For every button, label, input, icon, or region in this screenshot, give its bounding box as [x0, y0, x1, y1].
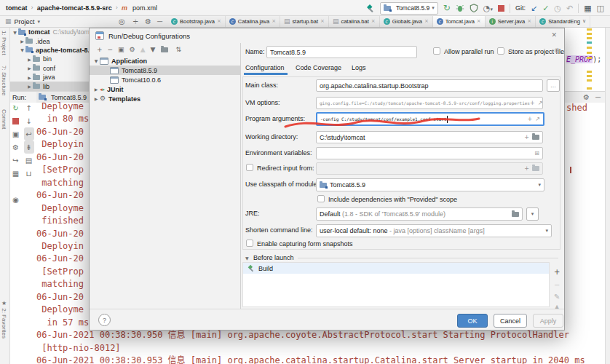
editor-tab[interactable]: cStandardEng∨: [536, 16, 590, 27]
git-update-icon[interactable]: ↙: [531, 4, 537, 12]
project-tree-row[interactable]: ▶.idea: [10, 36, 95, 45]
collapse-all-icon[interactable]: ÷: [132, 18, 138, 25]
project-tree-row[interactable]: ▶conf: [10, 64, 95, 73]
stripe-mark[interactable]: [587, 75, 592, 77]
before-launch-header[interactable]: Before launch: [253, 254, 294, 261]
locate-file-icon[interactable]: ◎: [119, 18, 125, 25]
breadcrumb-item[interactable]: apache-tomcat-8.5.9-src: [37, 4, 112, 12]
minimize-icon[interactable]: ─: [595, 93, 601, 101]
classpath-module-select[interactable]: Tomcat8.5.9 ▾: [316, 178, 544, 191]
build-hammer-icon[interactable]: [365, 4, 375, 13]
copy-icon[interactable]: ▣: [118, 47, 124, 53]
console-layout-icon[interactable]: ▦: [11, 167, 21, 180]
editor-tab[interactable]: cBootstrap.java×: [167, 16, 226, 27]
tab-logs[interactable]: Logs: [352, 64, 366, 71]
capture-snapshots-checkbox[interactable]: [246, 240, 253, 247]
profiler-icon[interactable]: ◔▾: [483, 4, 493, 12]
close-icon[interactable]: ×: [217, 19, 221, 24]
git-commit-icon[interactable]: ✓: [542, 4, 549, 12]
gear-icon[interactable]: ⚙: [145, 18, 151, 25]
plus-icon[interactable]: +: [530, 100, 535, 106]
browse-main-class-button[interactable]: …: [547, 79, 560, 92]
expand-icon[interactable]: ↗: [538, 100, 543, 106]
editor-tab[interactable]: cCatalina.java×: [226, 16, 280, 27]
breadcrumb-item[interactable]: pom.xml: [132, 4, 157, 12]
move-down-icon[interactable]: ▼: [151, 47, 156, 53]
chevron-down-icon[interactable]: ▼: [92, 58, 100, 63]
detach-icon[interactable]: ↪: [11, 154, 21, 167]
gear-icon[interactable]: ⚙: [583, 94, 590, 101]
breadcrumb-item[interactable]: tomcat: [6, 4, 28, 12]
toolwindow-icon[interactable]: ▦: [584, 4, 591, 12]
tab-configuration[interactable]: Configuration: [245, 64, 285, 71]
rollback-icon[interactable]: ↶: [566, 4, 573, 12]
name-field[interactable]: Tomcat8.5.9: [266, 46, 417, 58]
tab-code-coverage[interactable]: Code Coverage: [296, 64, 341, 71]
down-stack-trace-icon[interactable]: ↓: [24, 114, 34, 127]
editor-tab[interactable]: ▤startup.bat×: [280, 16, 329, 27]
rerun-icon[interactable]: ↻: [11, 101, 21, 114]
project-tree-row[interactable]: ▶bin: [10, 55, 95, 63]
add-icon[interactable]: +: [97, 47, 103, 53]
soft-wrap-icon[interactable]: ↩: [24, 127, 34, 141]
close-icon[interactable]: ×: [371, 19, 376, 24]
stripe-mark[interactable]: [587, 28, 592, 31]
stripe-mark[interactable]: [587, 33, 592, 35]
stripe-mark[interactable]: [587, 87, 592, 90]
project-tree-row[interactable]: ▼apache-tomcat-8.5.9-src: [10, 46, 95, 55]
close-icon[interactable]: ×: [527, 19, 531, 24]
before-launch-item[interactable]: Build: [243, 263, 549, 274]
stripe-mark[interactable]: [587, 79, 592, 82]
toolwindow-stripe--project[interactable]: 1: Project: [1, 31, 7, 55]
store-project-checkbox[interactable]: [497, 47, 504, 55]
close-icon[interactable]: ✕: [551, 32, 557, 39]
pin-icon[interactable]: ◉: [11, 193, 21, 206]
gear-icon[interactable]: ⚙: [554, 47, 561, 55]
collapse-triangle-icon[interactable]: ▼: [245, 256, 249, 261]
tab-list-chevron-icon[interactable]: ∨: [582, 19, 586, 24]
stop-icon[interactable]: [498, 5, 504, 12]
before-launch-list[interactable]: Build: [242, 262, 550, 307]
folder-icon[interactable]: [512, 212, 519, 217]
close-icon[interactable]: ×: [272, 19, 276, 24]
expand-icon[interactable]: ↗: [535, 116, 540, 122]
run-icon[interactable]: ↻: [443, 4, 451, 12]
project-tree-row[interactable]: ▶java: [10, 73, 95, 82]
toolwindow-stripe-favorites[interactable]: ★ 2: Favorites: [1, 300, 7, 339]
chevron-right-icon[interactable]: ▶: [26, 66, 33, 71]
main-class-field[interactable]: org.apache.catalina.startup.Bootstrap: [316, 79, 543, 92]
allow-parallel-checkbox[interactable]: [433, 47, 440, 55]
jre-dropdown-button[interactable]: ▾: [526, 207, 539, 221]
sort-icon[interactable]: ⇅: [176, 47, 182, 53]
editor-tab[interactable]: iServer.java×: [486, 16, 536, 27]
remove-icon[interactable]: −: [554, 281, 560, 289]
move-up-icon[interactable]: ▲: [140, 47, 146, 53]
plus-icon[interactable]: +: [528, 116, 533, 122]
stripe-mark[interactable]: [587, 47, 592, 49]
chevron-down-icon[interactable]: ▼: [19, 47, 25, 52]
environment-variables-field[interactable]: ⊞: [316, 147, 543, 159]
chevron-down-icon[interactable]: ▾: [38, 19, 41, 25]
config-tree-row[interactable]: Tomcat10.0.6: [90, 75, 240, 84]
stripe-mark[interactable]: [587, 41, 592, 44]
shorten-command-select[interactable]: user-local default: none - java [options…: [316, 224, 552, 237]
cancel-button[interactable]: Cancel: [494, 314, 527, 328]
editor-tab[interactable]: cTomcat.java×: [433, 16, 486, 27]
config-tree-row[interactable]: ▼Application: [90, 56, 240, 66]
new-folder-icon[interactable]: [161, 47, 168, 52]
chevron-down-icon[interactable]: ▾: [538, 182, 541, 188]
stripe-mark[interactable]: [587, 52, 592, 54]
stripe-mark[interactable]: [587, 57, 592, 59]
chevron-right-icon[interactable]: ▶: [92, 87, 100, 92]
chevron-down-icon[interactable]: ▼: [12, 30, 18, 35]
chevron-right-icon[interactable]: ▶: [26, 84, 33, 89]
breadcrumb[interactable]: tomcat›apache-tomcat-8.5.9-src›mpom.xml: [6, 4, 157, 12]
toolwindow-stripe-commit[interactable]: Commit: [1, 109, 7, 130]
stop-icon[interactable]: [11, 114, 21, 127]
run-configuration-select[interactable]: Tomcat8.5.9 ▾: [380, 2, 438, 15]
close-icon[interactable]: ×: [320, 19, 325, 24]
config-tree-row[interactable]: ▶◂▸JUnit: [90, 84, 240, 94]
stripe-mark[interactable]: [587, 37, 592, 39]
stripe-mark[interactable]: [587, 71, 592, 73]
plus-icon[interactable]: +: [524, 134, 529, 141]
